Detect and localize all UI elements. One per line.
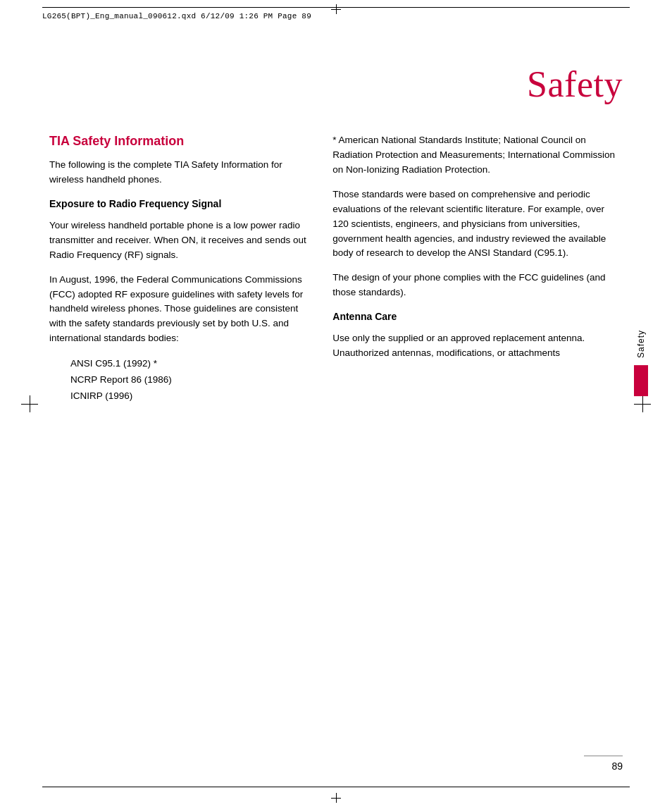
- list-item-ncrp: NCRP Report 86 (1986): [70, 372, 307, 388]
- standards-list: ANSI C95.1 (1992) * NCRP Report 86 (1986…: [70, 356, 307, 405]
- list-item-ansi: ANSI C95.1 (1992) *: [70, 356, 307, 372]
- two-column-layout: TIA Safety Information The following is …: [49, 133, 623, 409]
- page-container: LG265(BPT)_Eng_manual_090612.qxd 6/12/09…: [0, 0, 672, 807]
- crosshair-top: [331, 4, 341, 14]
- side-label-bar: [634, 365, 648, 396]
- page-title-area: Safety: [49, 63, 623, 105]
- crosshair-left: [21, 395, 38, 412]
- crosshair-right: [634, 395, 651, 412]
- right-para3: The design of your phone complies with t…: [332, 271, 623, 300]
- antenna-care-heading: Antenna Care: [332, 310, 623, 324]
- right-para2: Those standards were based on comprehens…: [332, 187, 623, 261]
- rf-para1: Your wireless handheld portable phone is…: [49, 218, 307, 263]
- page-title: Safety: [49, 63, 623, 105]
- right-para1: * American National Standards Institute;…: [332, 133, 623, 178]
- page-divider: [584, 756, 623, 756]
- side-label-text: Safety: [636, 330, 646, 358]
- page-number-area: 89: [584, 756, 623, 772]
- bottom-border: [42, 787, 630, 788]
- tia-section-heading: TIA Safety Information: [49, 133, 307, 149]
- rf-signal-heading: Exposure to Radio Frequency Signal: [49, 197, 307, 211]
- header-file-info: LG265(BPT)_Eng_manual_090612.qxd 6/12/09…: [42, 12, 311, 20]
- left-column: TIA Safety Information The following is …: [49, 133, 307, 409]
- antenna-para: Use only the supplied or an approved rep…: [332, 331, 623, 361]
- right-column: * American National Standards Institute;…: [332, 133, 623, 409]
- page-number: 89: [611, 760, 623, 772]
- list-item-icnirp: ICNIRP (1996): [70, 388, 307, 405]
- intro-paragraph: The following is the complete TIA Safety…: [49, 158, 307, 187]
- crosshair-bottom: [331, 793, 341, 803]
- rf-para2: In August, 1996, the Federal Communicati…: [49, 273, 307, 347]
- content-area: Safety TIA Safety Information The follow…: [49, 63, 623, 744]
